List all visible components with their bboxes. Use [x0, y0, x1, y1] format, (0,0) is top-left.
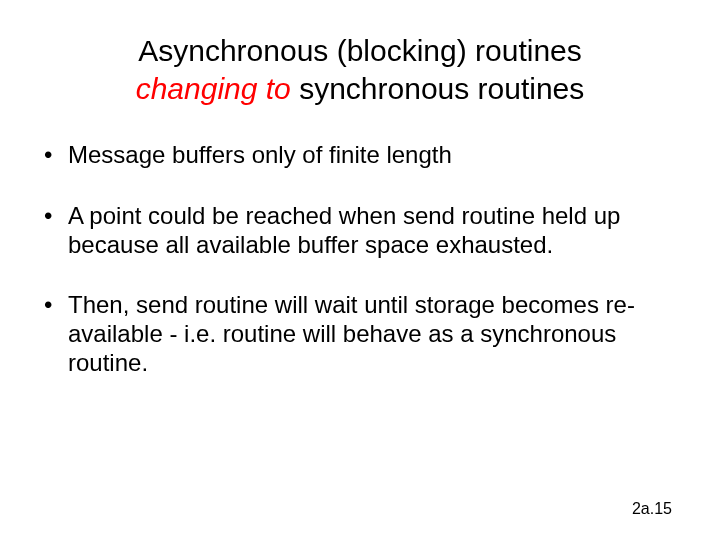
title-line-2: changing to synchronous routines	[40, 70, 680, 108]
slide-title: Asynchronous (blocking) routines changin…	[40, 32, 680, 107]
slide-number: 2a.15	[632, 500, 672, 518]
bullet-list: Message buffers only of finite length A …	[40, 141, 680, 378]
title-emphasis: changing to	[136, 72, 291, 105]
list-item: A point could be reached when send routi…	[40, 202, 680, 260]
slide: Asynchronous (blocking) routines changin…	[0, 0, 720, 540]
title-line-1: Asynchronous (blocking) routines	[40, 32, 680, 70]
list-item: Then, send routine will wait until stora…	[40, 291, 680, 377]
list-item: Message buffers only of finite length	[40, 141, 680, 170]
title-rest: synchronous routines	[291, 72, 585, 105]
